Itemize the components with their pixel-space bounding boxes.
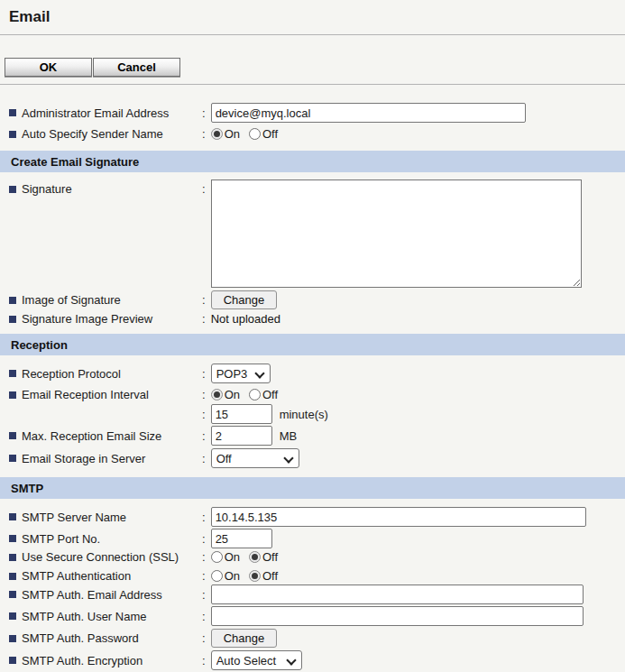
bullet-icon xyxy=(9,657,16,664)
form-row: SMTP Authentication : On Off xyxy=(0,569,625,583)
smtp-auth-off-radio[interactable] xyxy=(249,570,261,582)
bullet-icon xyxy=(9,612,16,620)
bullet-icon xyxy=(9,316,16,323)
mb-unit-label: MB xyxy=(280,429,298,443)
form-row: Signature : xyxy=(0,180,625,288)
colon: : xyxy=(202,569,206,583)
admin-email-input[interactable] xyxy=(211,103,526,123)
smtp-auth-user-label: SMTP Auth. User Name xyxy=(22,610,146,623)
colon: : xyxy=(202,511,206,524)
colon: : xyxy=(202,610,206,623)
colon: : xyxy=(202,182,206,196)
form-row: Administrator Email Address : xyxy=(0,103,625,123)
colon: : xyxy=(202,452,206,465)
form-row: Image of Signature : Change xyxy=(0,290,625,309)
page-title: Email xyxy=(0,0,625,27)
ssl-label: Use Secure Connection (SSL) xyxy=(22,550,179,564)
reception-interval-on-radio[interactable] xyxy=(211,389,223,400)
form-row: Signature Image Preview : Not uploaded xyxy=(0,312,625,326)
bullet-icon xyxy=(9,635,16,642)
section-header-smtp: SMTP xyxy=(0,477,625,499)
colon: : xyxy=(202,429,206,443)
colon: : xyxy=(202,532,206,546)
form-row: Max. Reception Email Size : MB xyxy=(0,426,625,446)
divider xyxy=(0,34,625,35)
form-row: Auto Specify Sender Name : On Off xyxy=(0,127,625,141)
max-reception-size-label: Max. Reception Email Size xyxy=(22,429,161,443)
smtp-port-input[interactable] xyxy=(211,529,272,548)
bullet-icon xyxy=(9,535,16,542)
action-bar: OK Cancel xyxy=(5,58,625,77)
auto-specify-on-label: On xyxy=(225,127,240,141)
form-row: Email Reception Interval : On Off xyxy=(0,388,625,401)
colon: : xyxy=(202,550,206,564)
colon: : xyxy=(202,388,206,401)
email-storage-select[interactable]: Off xyxy=(211,448,299,468)
bullet-icon xyxy=(9,370,16,377)
smtp-auth-password-label: SMTP Auth. Password xyxy=(22,631,139,645)
image-change-button[interactable]: Change xyxy=(211,290,278,309)
ssl-on-radio[interactable] xyxy=(211,551,223,563)
reception-interval-off-label: Off xyxy=(262,388,278,401)
smtp-auth-off-label: Off xyxy=(262,569,278,583)
bullet-icon xyxy=(9,131,16,138)
colon: : xyxy=(202,293,206,307)
password-change-button[interactable]: Change xyxy=(211,629,278,648)
colon: : xyxy=(202,588,206,602)
form-row: Use Secure Connection (SSL) : On Off xyxy=(0,550,625,564)
bullet-icon xyxy=(9,573,16,580)
form-row: Email Storage in Server : Off xyxy=(0,448,625,468)
smtp-auth-email-label: SMTP Auth. Email Address xyxy=(22,588,162,602)
form-row: SMTP Port No. : xyxy=(0,529,625,548)
form-row: Reception Protocol : POP3 xyxy=(0,364,625,383)
auto-specify-off-label: Off xyxy=(262,127,278,141)
bullet-icon xyxy=(9,554,16,561)
colon: : xyxy=(202,654,206,667)
signature-label: Signature xyxy=(22,182,72,196)
bullet-icon xyxy=(9,186,16,193)
colon: : xyxy=(202,312,206,326)
bullet-icon xyxy=(9,455,16,462)
cancel-button[interactable]: Cancel xyxy=(93,58,180,77)
reception-interval-off-radio[interactable] xyxy=(249,389,261,400)
form-row: SMTP Auth. Password : Change xyxy=(0,629,625,648)
bullet-icon xyxy=(9,432,16,439)
form-row: : minute(s) xyxy=(0,404,625,424)
reception-protocol-select[interactable]: POP3 xyxy=(211,364,271,383)
colon: : xyxy=(202,367,206,381)
signature-preview-value: Not uploaded xyxy=(211,312,280,326)
smtp-auth-on-label: On xyxy=(225,569,240,583)
smtp-auth-email-input[interactable] xyxy=(211,585,584,604)
form-row: SMTP Auth. User Name : xyxy=(0,606,625,626)
reception-interval-minutes-input[interactable] xyxy=(211,404,272,424)
smtp-auth-on-radio[interactable] xyxy=(211,570,223,582)
email-storage-label: Email Storage in Server xyxy=(22,452,145,465)
bullet-icon xyxy=(9,109,16,116)
divider xyxy=(0,84,625,85)
minutes-unit-label: minute(s) xyxy=(280,408,328,421)
auto-specify-off-radio[interactable] xyxy=(249,128,261,140)
ok-button[interactable]: OK xyxy=(5,58,92,77)
signature-preview-label: Signature Image Preview xyxy=(22,312,152,326)
ssl-off-radio[interactable] xyxy=(249,551,261,563)
form-row: SMTP Auth. Email Address : xyxy=(0,585,625,604)
form-row: SMTP Auth. Encryption : Auto Select xyxy=(0,650,625,670)
auto-specify-label: Auto Specify Sender Name xyxy=(22,127,163,141)
bullet-icon xyxy=(9,391,16,399)
bullet-icon xyxy=(9,513,16,520)
auto-specify-on-radio[interactable] xyxy=(211,128,223,140)
ssl-on-label: On xyxy=(225,550,240,564)
section-header-reception: Reception xyxy=(0,334,625,355)
signature-textarea[interactable] xyxy=(211,180,582,288)
max-reception-size-input[interactable] xyxy=(211,426,272,446)
colon: : xyxy=(202,408,206,421)
admin-email-label: Administrator Email Address xyxy=(22,106,169,120)
bullet-icon xyxy=(9,591,16,598)
smtp-auth-encryption-label: SMTP Auth. Encryption xyxy=(22,654,142,667)
ssl-off-label: Off xyxy=(262,550,278,564)
form-row: SMTP Server Name : xyxy=(0,507,625,527)
smtp-auth-user-input[interactable] xyxy=(211,606,584,626)
bullet-icon xyxy=(9,297,16,304)
smtp-auth-encryption-select[interactable]: Auto Select xyxy=(211,650,302,670)
smtp-server-input[interactable] xyxy=(211,507,586,527)
